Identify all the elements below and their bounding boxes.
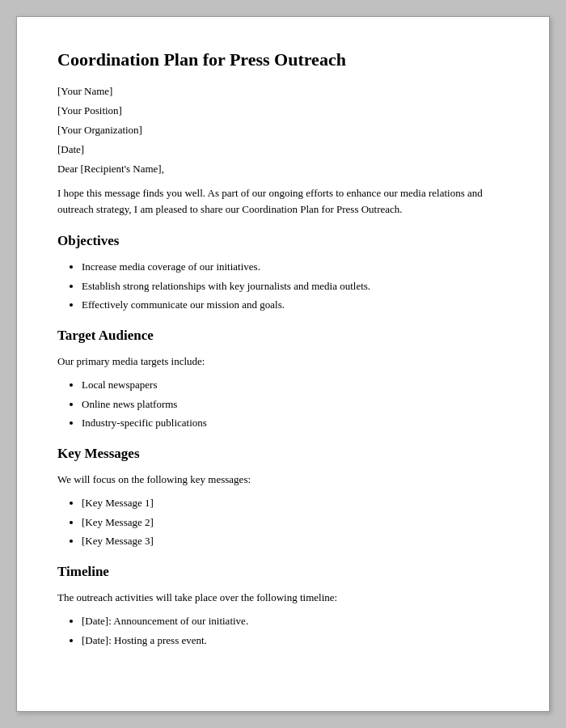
meta-position: [Your Position] <box>57 104 509 117</box>
list-item: [Date]: Announcement of our initiative. <box>82 613 509 629</box>
objectives-list: Increase media coverage of our initiativ… <box>82 259 509 313</box>
list-item: [Key Message 2] <box>82 514 509 531</box>
target-audience-intro: Our primary media targets include: <box>57 353 509 370</box>
list-item: Local newspapers <box>82 377 509 393</box>
target-audience-heading: Target Audience <box>57 328 509 344</box>
list-item: [Key Message 1] <box>82 495 509 511</box>
key-messages-intro: We will focus on the following key messa… <box>57 472 509 488</box>
section-target-audience: Target Audience Our primary media target… <box>57 328 509 431</box>
target-audience-list: Local newspapers Online news platforms I… <box>82 377 509 431</box>
section-objectives: Objectives Increase media coverage of ou… <box>57 233 509 313</box>
intro-paragraph: I hope this message finds you well. As p… <box>57 185 509 217</box>
meta-organization: [Your Organization] <box>57 124 509 137</box>
list-item: Establish strong relationships with key … <box>82 278 509 294</box>
list-item: Online news platforms <box>82 396 509 413</box>
meta-date: [Date] <box>57 143 509 156</box>
list-item: [Date]: Hosting a press event. <box>82 633 509 649</box>
meta-name: [Your Name] <box>57 85 509 98</box>
section-timeline: Timeline The outreach activities will ta… <box>57 564 509 649</box>
key-messages-list: [Key Message 1] [Key Message 2] [Key Mes… <box>82 495 509 549</box>
key-messages-heading: Key Messages <box>57 446 509 462</box>
list-item: Increase media coverage of our initiativ… <box>82 259 509 275</box>
timeline-intro: The outreach activities will take place … <box>57 590 509 606</box>
list-item: Industry-specific publications <box>82 415 509 431</box>
document-container: Coordination Plan for Press Outreach [Yo… <box>16 16 550 712</box>
timeline-list: [Date]: Announcement of our initiative. … <box>82 613 509 648</box>
list-item: [Key Message 3] <box>82 533 509 549</box>
objectives-heading: Objectives <box>57 233 509 249</box>
salutation: Dear [Recipient's Name], <box>57 163 509 176</box>
document-title: Coordination Plan for Press Outreach <box>57 49 509 70</box>
timeline-heading: Timeline <box>57 564 509 580</box>
list-item: Effectively communicate our mission and … <box>82 297 509 313</box>
section-key-messages: Key Messages We will focus on the follow… <box>57 446 509 549</box>
